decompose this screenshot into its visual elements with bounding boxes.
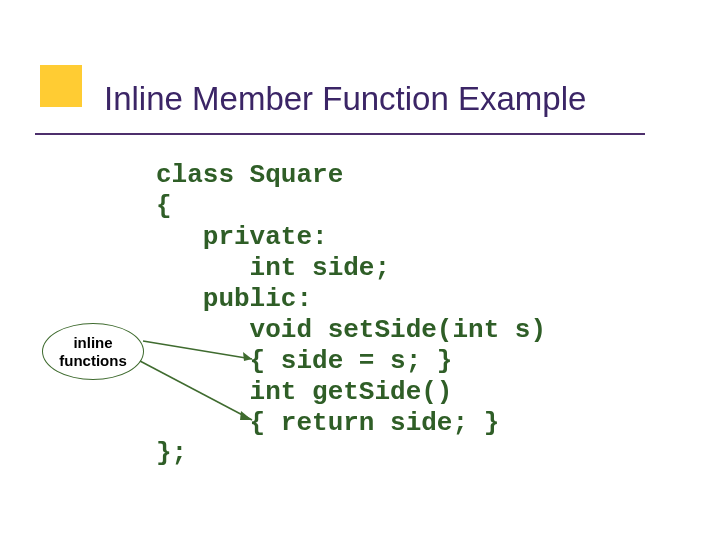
- code-line: { side = s; }: [156, 346, 452, 376]
- code-line: {: [156, 191, 172, 221]
- decor-square: [40, 65, 82, 107]
- code-line: void setSide(int s): [156, 315, 546, 345]
- code-line: { return side; }: [156, 408, 499, 438]
- annotation-text-line1: inline: [73, 334, 112, 351]
- annotation-text-line2: functions: [59, 352, 127, 369]
- title-underline: [35, 133, 645, 135]
- code-line: };: [156, 438, 187, 468]
- code-block: class Square { private: int side; public…: [156, 160, 546, 469]
- code-line: int side;: [156, 253, 390, 283]
- annotation-bubble: inline functions: [42, 323, 144, 380]
- code-line: int getSide(): [156, 377, 452, 407]
- slide-title: Inline Member Function Example: [104, 80, 586, 118]
- code-line: public:: [156, 284, 312, 314]
- code-line: private:: [156, 222, 328, 252]
- code-line: class Square: [156, 160, 343, 190]
